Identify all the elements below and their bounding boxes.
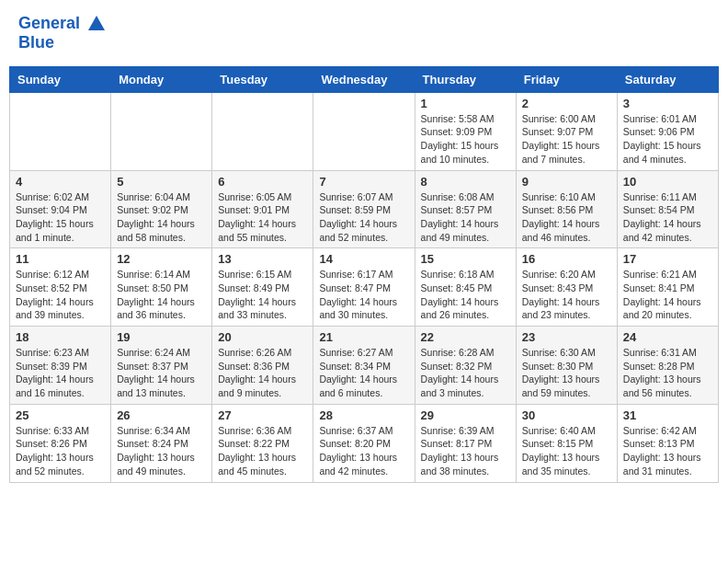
day-number: 14 [319, 252, 408, 266]
day-info: Sunrise: 6:14 AMSunset: 8:50 PMDaylight:… [117, 268, 206, 322]
day-cell: 9 Sunrise: 6:10 AMSunset: 8:56 PMDayligh… [516, 170, 617, 248]
logo-blue: Blue [18, 33, 54, 52]
day-cell [111, 92, 212, 170]
day-cell: 2 Sunrise: 6:00 AMSunset: 9:07 PMDayligh… [516, 92, 617, 170]
week-row-5: 25 Sunrise: 6:33 AMSunset: 8:26 PMDaylig… [10, 404, 719, 482]
day-number: 30 [522, 408, 611, 422]
day-number: 8 [421, 175, 510, 189]
day-cell: 17 Sunrise: 6:21 AMSunset: 8:41 PMDaylig… [617, 248, 718, 327]
day-info: Sunrise: 5:58 AMSunset: 9:09 PMDaylight:… [421, 112, 510, 167]
day-info: Sunrise: 6:07 AMSunset: 8:59 PMDaylight:… [319, 190, 408, 245]
day-cell: 23 Sunrise: 6:30 AMSunset: 8:30 PMDaylig… [516, 327, 617, 405]
day-cell: 10 Sunrise: 6:11 AMSunset: 8:54 PMDaylig… [617, 170, 718, 248]
week-row-2: 4 Sunrise: 6:02 AMSunset: 9:04 PMDayligh… [10, 170, 719, 248]
day-number: 3 [623, 97, 712, 110]
day-number: 9 [522, 175, 611, 189]
weekday-header-sunday: Sunday [10, 66, 111, 92]
day-cell [212, 92, 313, 170]
day-number: 23 [522, 330, 611, 344]
day-number: 26 [117, 408, 206, 422]
day-info: Sunrise: 6:04 AMSunset: 9:02 PMDaylight:… [117, 190, 206, 245]
weekday-header-friday: Friday [516, 66, 617, 92]
day-info: Sunrise: 6:37 AMSunset: 8:20 PMDaylight:… [319, 424, 408, 478]
weekday-header-wednesday: Wednesday [313, 66, 415, 92]
day-number: 25 [16, 408, 105, 422]
day-cell: 8 Sunrise: 6:08 AMSunset: 8:57 PMDayligh… [415, 170, 516, 248]
day-info: Sunrise: 6:42 AMSunset: 8:13 PMDaylight:… [623, 424, 712, 478]
day-cell: 1 Sunrise: 5:58 AMSunset: 9:09 PMDayligh… [415, 92, 516, 170]
logo-text: General Blue [18, 14, 107, 52]
day-number: 2 [522, 97, 611, 110]
day-cell: 27 Sunrise: 6:36 AMSunset: 8:22 PMDaylig… [212, 404, 313, 482]
day-cell: 21 Sunrise: 6:27 AMSunset: 8:34 PMDaylig… [313, 327, 415, 405]
day-number: 1 [421, 97, 510, 110]
day-cell: 29 Sunrise: 6:39 AMSunset: 8:17 PMDaylig… [415, 404, 516, 482]
day-number: 7 [319, 175, 408, 189]
header: General Blue [9, 9, 719, 57]
svg-marker-0 [88, 16, 105, 30]
day-info: Sunrise: 6:27 AMSunset: 8:34 PMDaylight:… [319, 346, 408, 400]
day-number: 31 [623, 408, 712, 422]
day-number: 4 [16, 175, 105, 189]
day-info: Sunrise: 6:26 AMSunset: 8:36 PMDaylight:… [218, 346, 307, 400]
day-number: 6 [218, 175, 307, 189]
day-info: Sunrise: 6:20 AMSunset: 8:43 PMDaylight:… [522, 268, 611, 322]
day-cell: 3 Sunrise: 6:01 AMSunset: 9:06 PMDayligh… [617, 92, 718, 170]
day-cell: 16 Sunrise: 6:20 AMSunset: 8:43 PMDaylig… [516, 248, 617, 327]
weekday-header-tuesday: Tuesday [212, 66, 313, 92]
day-cell: 15 Sunrise: 6:18 AMSunset: 8:45 PMDaylig… [415, 248, 516, 327]
day-info: Sunrise: 6:15 AMSunset: 8:49 PMDaylight:… [218, 268, 307, 322]
day-number: 29 [421, 408, 510, 422]
day-cell: 14 Sunrise: 6:17 AMSunset: 8:47 PMDaylig… [313, 248, 415, 327]
day-info: Sunrise: 6:12 AMSunset: 8:52 PMDaylight:… [16, 268, 105, 322]
day-cell: 18 Sunrise: 6:23 AMSunset: 8:39 PMDaylig… [10, 327, 111, 405]
day-number: 17 [623, 252, 712, 266]
day-cell: 22 Sunrise: 6:28 AMSunset: 8:32 PMDaylig… [415, 327, 516, 405]
day-info: Sunrise: 6:28 AMSunset: 8:32 PMDaylight:… [421, 346, 510, 400]
day-cell: 7 Sunrise: 6:07 AMSunset: 8:59 PMDayligh… [313, 170, 415, 248]
day-info: Sunrise: 6:17 AMSunset: 8:47 PMDaylight:… [319, 268, 408, 322]
day-info: Sunrise: 6:11 AMSunset: 8:54 PMDaylight:… [623, 190, 712, 245]
logo-icon [86, 14, 107, 34]
day-cell: 11 Sunrise: 6:12 AMSunset: 8:52 PMDaylig… [10, 248, 111, 327]
day-number: 27 [218, 408, 307, 422]
day-cell: 20 Sunrise: 6:26 AMSunset: 8:36 PMDaylig… [212, 327, 313, 405]
week-row-4: 18 Sunrise: 6:23 AMSunset: 8:39 PMDaylig… [10, 327, 719, 405]
day-info: Sunrise: 6:02 AMSunset: 9:04 PMDaylight:… [16, 190, 105, 245]
day-cell: 24 Sunrise: 6:31 AMSunset: 8:28 PMDaylig… [617, 327, 718, 405]
day-info: Sunrise: 6:01 AMSunset: 9:06 PMDaylight:… [623, 112, 712, 167]
day-cell: 12 Sunrise: 6:14 AMSunset: 8:50 PMDaylig… [111, 248, 212, 327]
day-number: 19 [117, 330, 206, 344]
day-info: Sunrise: 6:08 AMSunset: 8:57 PMDaylight:… [421, 190, 510, 245]
day-info: Sunrise: 6:30 AMSunset: 8:30 PMDaylight:… [522, 346, 611, 400]
day-number: 24 [623, 330, 712, 344]
day-cell: 28 Sunrise: 6:37 AMSunset: 8:20 PMDaylig… [313, 404, 415, 482]
logo-general: General [18, 14, 80, 32]
day-cell: 4 Sunrise: 6:02 AMSunset: 9:04 PMDayligh… [10, 170, 111, 248]
day-cell: 5 Sunrise: 6:04 AMSunset: 9:02 PMDayligh… [111, 170, 212, 248]
day-number: 16 [522, 252, 611, 266]
day-cell: 30 Sunrise: 6:40 AMSunset: 8:15 PMDaylig… [516, 404, 617, 482]
weekday-header-saturday: Saturday [617, 66, 718, 92]
day-number: 11 [16, 252, 105, 266]
day-number: 13 [218, 252, 307, 266]
day-info: Sunrise: 6:00 AMSunset: 9:07 PMDaylight:… [522, 112, 611, 167]
weekday-header-thursday: Thursday [415, 66, 516, 92]
day-cell: 26 Sunrise: 6:34 AMSunset: 8:24 PMDaylig… [111, 404, 212, 482]
day-number: 21 [319, 330, 408, 344]
day-info: Sunrise: 6:10 AMSunset: 8:56 PMDaylight:… [522, 190, 611, 245]
day-cell: 6 Sunrise: 6:05 AMSunset: 9:01 PMDayligh… [212, 170, 313, 248]
day-cell: 31 Sunrise: 6:42 AMSunset: 8:13 PMDaylig… [617, 404, 718, 482]
day-info: Sunrise: 6:39 AMSunset: 8:17 PMDaylight:… [421, 424, 510, 478]
day-info: Sunrise: 6:36 AMSunset: 8:22 PMDaylight:… [218, 424, 307, 478]
day-info: Sunrise: 6:05 AMSunset: 9:01 PMDaylight:… [218, 190, 307, 245]
day-number: 15 [421, 252, 510, 266]
week-row-3: 11 Sunrise: 6:12 AMSunset: 8:52 PMDaylig… [10, 248, 719, 327]
day-info: Sunrise: 6:24 AMSunset: 8:37 PMDaylight:… [117, 346, 206, 400]
day-cell: 25 Sunrise: 6:33 AMSunset: 8:26 PMDaylig… [10, 404, 111, 482]
day-number: 5 [117, 175, 206, 189]
day-number: 10 [623, 175, 712, 189]
day-info: Sunrise: 6:40 AMSunset: 8:15 PMDaylight:… [522, 424, 611, 478]
day-number: 22 [421, 330, 510, 344]
day-cell: 13 Sunrise: 6:15 AMSunset: 8:49 PMDaylig… [212, 248, 313, 327]
